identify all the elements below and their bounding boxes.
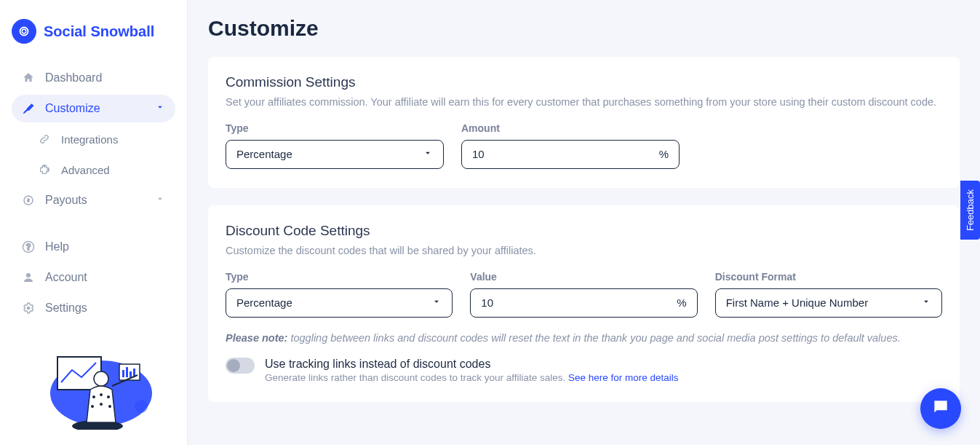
sidebar-item-settings[interactable]: Settings [12, 294, 175, 322]
svg-point-5 [26, 273, 31, 277]
toggle-details-link[interactable]: See here for more details [568, 372, 679, 383]
discount-type-field: Type Percentage [226, 271, 453, 318]
sidebar-item-label: Integrations [61, 133, 118, 146]
svg-rect-12 [126, 367, 128, 377]
svg-point-20 [91, 405, 94, 408]
user-icon [22, 271, 35, 284]
sidebar-item-label: Customize [45, 102, 100, 115]
field-label: Value [470, 271, 697, 283]
svg-point-19 [107, 395, 110, 398]
svg-point-6 [27, 307, 31, 310]
input-suffix: % [659, 148, 669, 160]
commission-title: Commission Settings [226, 74, 942, 90]
sidebar-item-label: Settings [45, 302, 87, 315]
chevron-down-icon [921, 296, 931, 309]
gear-icon [22, 302, 35, 315]
svg-rect-13 [130, 371, 132, 377]
sidebar-illustration [12, 335, 175, 430]
select-value: Percentage [236, 296, 292, 309]
sidebar-item-advanced[interactable]: Advanced [12, 156, 175, 184]
discount-note: Please note: toggling between links and … [226, 331, 942, 347]
commission-type-field: Type Percentage [226, 122, 444, 169]
commission-amount-input[interactable] [472, 148, 653, 160]
sidebar-item-label: Payouts [45, 194, 87, 207]
dollar-cycle-icon [22, 194, 35, 207]
discount-value-field: Value % [470, 271, 697, 318]
chevron-down-icon [423, 148, 433, 160]
field-label: Type [226, 122, 444, 134]
commission-amount-input-wrap: % [461, 140, 680, 169]
sidebar-item-payouts[interactable]: Payouts [12, 186, 175, 214]
brand-logo-icon [12, 19, 36, 44]
sidebar: Social Snowball Dashboard Customize Inte… [0, 0, 188, 445]
chat-button[interactable] [920, 388, 961, 429]
toggle-title: Use tracking links instead of discount c… [265, 358, 679, 371]
note-text: toggling between links and discount code… [287, 332, 900, 344]
page-title: Customize [208, 16, 960, 41]
puzzle-icon [38, 163, 51, 176]
chevron-down-icon [155, 102, 165, 115]
sidebar-item-label: Account [45, 271, 87, 284]
discount-type-select[interactable]: Percentage [226, 288, 453, 318]
field-label: Discount Format [715, 271, 942, 283]
toggle-knob [227, 359, 240, 372]
svg-point-21 [100, 403, 103, 406]
home-icon [22, 71, 35, 84]
svg-point-22 [108, 405, 111, 408]
toggle-text: Use tracking links instead of discount c… [265, 358, 679, 383]
discount-value-input-wrap: % [470, 288, 697, 318]
discount-format-field: Discount Format First Name + Unique Numb… [715, 271, 942, 318]
sidebar-item-customize[interactable]: Customize [12, 95, 175, 122]
svg-point-16 [94, 371, 108, 386]
select-value: Percentage [236, 148, 292, 160]
field-label: Amount [461, 122, 680, 134]
toggle-sub: Generate links rather than discount code… [265, 372, 679, 383]
discount-desc: Customize the discount codes that will b… [226, 243, 942, 259]
discount-value-input[interactable] [481, 296, 671, 309]
sidebar-item-label: Help [45, 240, 69, 253]
commission-type-select[interactable]: Percentage [226, 140, 444, 169]
svg-rect-11 [122, 370, 124, 377]
commission-desc: Set your affiliates commission. Your aff… [226, 95, 942, 111]
chevron-down-icon [431, 296, 442, 309]
input-suffix: % [677, 296, 686, 309]
sidebar-item-label: Advanced [61, 164, 110, 176]
sidebar-item-label: Dashboard [45, 71, 102, 84]
svg-point-9 [135, 400, 148, 413]
field-label: Type [226, 271, 453, 283]
feedback-tab[interactable]: Feedback [960, 181, 980, 240]
svg-rect-8 [57, 357, 101, 390]
svg-point-18 [100, 393, 103, 396]
nav: Dashboard Customize Integrations Advance… [12, 64, 175, 322]
chat-icon [931, 398, 950, 420]
discount-format-select[interactable]: First Name + Unique Number [715, 288, 942, 318]
discount-settings-card: Discount Code Settings Customize the dis… [208, 205, 960, 403]
brand: Social Snowball [12, 15, 175, 64]
main-content: Customize Commission Settings Set your a… [188, 0, 980, 445]
note-bold: Please note: [226, 332, 287, 344]
commission-settings-card: Commission Settings Set your affiliates … [208, 57, 960, 188]
question-icon: ? [22, 240, 35, 253]
tools-icon [22, 102, 35, 115]
brand-name: Social Snowball [44, 23, 154, 40]
tracking-links-toggle-row: Use tracking links instead of discount c… [226, 358, 942, 383]
sidebar-item-integrations[interactable]: Integrations [12, 125, 175, 153]
svg-point-17 [92, 395, 95, 398]
svg-text:?: ? [26, 243, 31, 251]
chevron-down-icon [155, 194, 165, 207]
discount-title: Discount Code Settings [226, 223, 942, 239]
sidebar-item-account[interactable]: Account [12, 264, 175, 291]
sidebar-item-dashboard[interactable]: Dashboard [12, 64, 175, 92]
commission-amount-field: Amount % [461, 122, 680, 169]
link-icon [38, 133, 51, 146]
select-value: First Name + Unique Number [726, 296, 868, 309]
tracking-links-toggle[interactable] [226, 358, 255, 374]
sidebar-item-help[interactable]: ? Help [12, 233, 175, 261]
